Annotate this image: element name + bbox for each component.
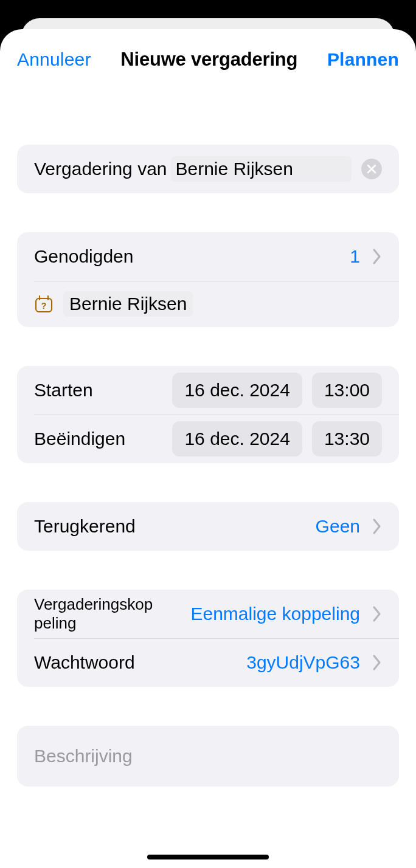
description-placeholder: Beschrijving bbox=[34, 746, 133, 766]
end-label: Beëindigen bbox=[34, 429, 125, 449]
datetime-group: Starten 16 dec. 2024 13:00 Beëindigen 16… bbox=[17, 366, 399, 463]
invitee-chip-row[interactable]: ? Bernie Rijksen bbox=[17, 281, 399, 327]
end-row: Beëindigen 16 dec. 2024 13:30 bbox=[17, 415, 399, 463]
start-time-picker[interactable]: 13:00 bbox=[312, 373, 382, 408]
chevron-right-icon bbox=[372, 654, 382, 671]
meeting-link-label: Vergaderingskoppeling bbox=[34, 595, 156, 633]
page-title: Nieuwe vergadering bbox=[120, 49, 297, 71]
start-label: Starten bbox=[34, 380, 93, 401]
form-content: Vergadering van Bernie Rijksen Genodigde… bbox=[0, 77, 416, 868]
chevron-right-icon bbox=[372, 248, 382, 265]
modal-sheet: Annuleer Nieuwe vergadering Plannen Verg… bbox=[0, 29, 416, 868]
meeting-title-field[interactable]: Vergadering van Bernie Rijksen bbox=[17, 145, 399, 193]
invitees-count: 1 bbox=[350, 246, 360, 267]
start-date-picker[interactable]: 16 dec. 2024 bbox=[172, 373, 302, 408]
description-field[interactable]: Beschrijving bbox=[17, 726, 399, 787]
recurring-value: Geen bbox=[316, 516, 360, 537]
chevron-right-icon bbox=[372, 518, 382, 535]
home-indicator[interactable] bbox=[147, 855, 269, 859]
meeting-title-name: Bernie Rijksen bbox=[171, 156, 352, 182]
end-date-picker[interactable]: 16 dec. 2024 bbox=[172, 421, 302, 456]
meeting-title-prefix: Vergadering van bbox=[34, 159, 167, 179]
meeting-link-value: Eenmalige koppeling bbox=[190, 604, 360, 624]
start-row: Starten 16 dec. 2024 13:00 bbox=[17, 366, 399, 415]
plan-button[interactable]: Plannen bbox=[327, 49, 399, 70]
meeting-link-row[interactable]: Vergaderingskoppeling Eenmalige koppelin… bbox=[17, 590, 399, 638]
calendar-question-icon: ? bbox=[34, 294, 54, 314]
clear-title-icon[interactable] bbox=[361, 159, 382, 179]
chevron-right-icon bbox=[372, 605, 382, 622]
password-value: 3gyUdjVpG63 bbox=[246, 652, 360, 673]
navigation-bar: Annuleer Nieuwe vergadering Plannen bbox=[0, 41, 416, 77]
password-row[interactable]: Wachtwoord 3gyUdjVpG63 bbox=[17, 638, 399, 687]
link-password-group: Vergaderingskoppeling Eenmalige koppelin… bbox=[17, 590, 399, 687]
end-time-picker[interactable]: 13:30 bbox=[312, 421, 382, 456]
invitees-row[interactable]: Genodigden 1 bbox=[17, 232, 399, 281]
description-group: Beschrijving bbox=[17, 726, 399, 787]
invitee-name-chip: Bernie Rijksen bbox=[63, 291, 193, 317]
password-label: Wachtwoord bbox=[34, 652, 135, 673]
svg-text:?: ? bbox=[41, 301, 47, 311]
cancel-button[interactable]: Annuleer bbox=[17, 49, 91, 70]
recurring-group: Terugkerend Geen bbox=[17, 502, 399, 551]
meeting-title-group: Vergadering van Bernie Rijksen bbox=[17, 145, 399, 193]
recurring-label: Terugkerend bbox=[34, 516, 136, 537]
invitees-label: Genodigden bbox=[34, 246, 133, 267]
invitees-group: Genodigden 1 ? Bernie Rijksen bbox=[17, 232, 399, 327]
recurring-row[interactable]: Terugkerend Geen bbox=[17, 502, 399, 551]
